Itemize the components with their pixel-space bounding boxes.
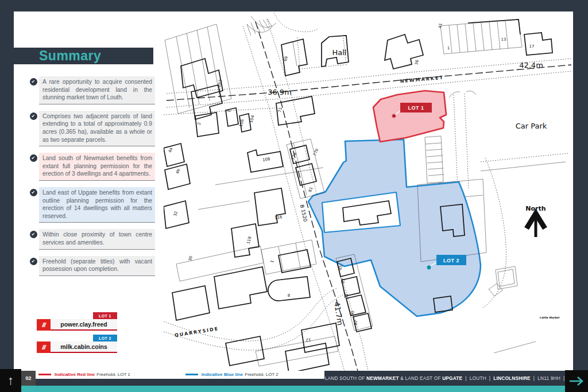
house-number: 69 [283, 56, 289, 61]
map-label-cattle-market: Cattle Market [540, 316, 560, 319]
house-number: 85 [338, 265, 343, 270]
map-label-north: North [525, 205, 546, 212]
check-icon [30, 231, 37, 238]
footer-title-segment: LAND SOUTH OF [325, 375, 366, 381]
house-number: 30 [188, 255, 194, 261]
house-number: 71 [277, 107, 283, 112]
check-icon [30, 189, 37, 196]
lot1-chip: LOT 1 [93, 312, 117, 319]
right-arrow-icon [568, 376, 585, 386]
house-number: 2 [197, 122, 202, 125]
summary-bullet-text: Land south of Newmarket benefits from ex… [39, 153, 155, 181]
what3words-icon: /// [37, 319, 51, 331]
w3w-address-lot1: power.clay.freed [51, 319, 117, 331]
up-arrow-icon: ↑ [7, 373, 14, 388]
house-number: 97 [353, 320, 359, 325]
check-icon [30, 258, 37, 265]
house-number: 87 [341, 278, 346, 284]
next-page-button[interactable] [565, 370, 588, 392]
summary-bullet: Comprises two adjacent parcels of land e… [30, 111, 155, 146]
what3words-icon: /// [37, 341, 51, 353]
summary-bullet: Freehold (separate titles) with vacant p… [30, 256, 155, 276]
map-label-newmarket: NEWMARKET [400, 75, 444, 84]
up-arrow-button[interactable]: ↑ [0, 369, 21, 392]
house-number: 1 [227, 109, 232, 112]
page-number: 02 [21, 371, 36, 386]
footer-title-segment: NEWMARKET [366, 375, 399, 381]
map-label-quarryside: QUARRYSIDE [175, 326, 219, 338]
w3w-row-lot2[interactable]: /// milk.cabin.coins [37, 341, 117, 353]
house-number: 12 [305, 337, 311, 342]
lot1-boundary[interactable] [373, 91, 446, 142]
lot2-chip: LOT 2 [93, 335, 117, 341]
footer-title-segment: LINCOLNSHIRE [493, 375, 531, 381]
summary-bullet: A rare opportunity to acquire consented … [30, 76, 155, 104]
map-canvas: LOT 1 LOT 2 Hall NEWMARKET 36.9m 42.4m C… [164, 11, 573, 371]
check-icon [30, 154, 37, 162]
buildings-northwest [165, 16, 276, 119]
check-icon [30, 112, 37, 120]
house-number: 77b [312, 148, 319, 157]
road-newmarket [164, 59, 571, 115]
summary-bullet-text: Freehold (separate titles) with vacant p… [39, 256, 155, 276]
map-label-carpark: Car Park [516, 122, 547, 130]
buildings-west [164, 108, 316, 274]
legend-red-label: Indicative Red line [55, 372, 95, 377]
house-number: 36 [414, 59, 420, 65]
page-title: Summary [39, 48, 101, 64]
legend-blue-label: Indicative Blue line [202, 372, 243, 377]
house-number: 118 [246, 236, 253, 244]
house-number: 13 [501, 37, 506, 42]
summary-bullet: Within close proximity of town centre se… [30, 229, 155, 249]
map-label-b1520: B 1520 [299, 204, 308, 223]
house-number: 4b [175, 168, 181, 174]
lot2-badge-label: LOT 2 [443, 258, 459, 263]
red-line-swatch [38, 374, 51, 375]
legend-blue-suffix: Freehold- LOT 2 [245, 372, 278, 377]
footer-title: LAND SOUTH OF NEWMARKET & LAND EAST OF U… [324, 371, 565, 386]
house-number: 77a [291, 152, 297, 161]
summary-title-bar: Summary [14, 48, 153, 64]
map-label-369m: 36.9m [268, 88, 292, 96]
w3w-row-lot1[interactable]: /// power.clay.freed [37, 319, 117, 331]
summary-bullet: Land south of Newmarket benefits from ex… [30, 153, 155, 181]
summary-bullet: Land east of Upgate benefits from extant… [30, 187, 155, 223]
check-icon [30, 78, 37, 86]
summary-bullet-text: Within close proximity of town centre se… [39, 229, 155, 249]
house-number: 41 [438, 23, 443, 29]
map-label-hall: Hall [332, 48, 347, 57]
lot1-badge-label: LOT 1 [408, 105, 424, 111]
house-number: 108 [262, 157, 270, 162]
map-legend: Indicative Red line Freehold- LOT 1 Indi… [38, 371, 278, 378]
buildings-southwest [172, 267, 339, 371]
summary-bullet-text: Comprises two adjacent parcels of land e… [39, 111, 155, 146]
map-label-424m: 42.4m [519, 61, 543, 69]
house-number: 1 [270, 259, 275, 263]
house-number: 104 [249, 114, 255, 123]
house-number: 81 [308, 187, 314, 193]
house-number: 8 [288, 293, 290, 298]
brochure-page: LOT 1 LOT 2 Hall NEWMARKET 36.9m 42.4m C… [14, 11, 573, 379]
teal-accent-bar [21, 386, 565, 392]
footer-title-segment: & LAND EAST OF [399, 375, 442, 381]
map-label-417m: 41.7m [332, 301, 345, 326]
summary-bullet-text: A rare opportunity to acquire consented … [39, 76, 155, 104]
w3w-address-lot2: milk.cabin.coins [51, 341, 117, 353]
blue-line-swatch [185, 374, 198, 375]
footer-title-segment: | LOUTH | [462, 375, 493, 381]
house-number: 32 [173, 211, 179, 217]
footer-title-segment: UPGATE [442, 375, 462, 381]
footer-title-segment: | LN11 9HH | [531, 375, 564, 381]
legend-red-suffix: Freehold- LOT 1 [96, 372, 130, 377]
summary-bullet-text: Land east of Upgate benefits from extant… [39, 187, 155, 223]
north-arrow-icon [527, 214, 545, 237]
house-number: 1 [447, 46, 450, 51]
house-number: 4a [168, 147, 173, 153]
site-map: LOT 1 LOT 2 Hall NEWMARKET 36.9m 42.4m C… [164, 11, 573, 371]
house-number: 17 [529, 44, 535, 49]
house-number: 116 [274, 215, 283, 220]
hatched-strip [256, 336, 338, 366]
summary-list: A rare opportunity to acquire consented … [30, 76, 155, 276]
